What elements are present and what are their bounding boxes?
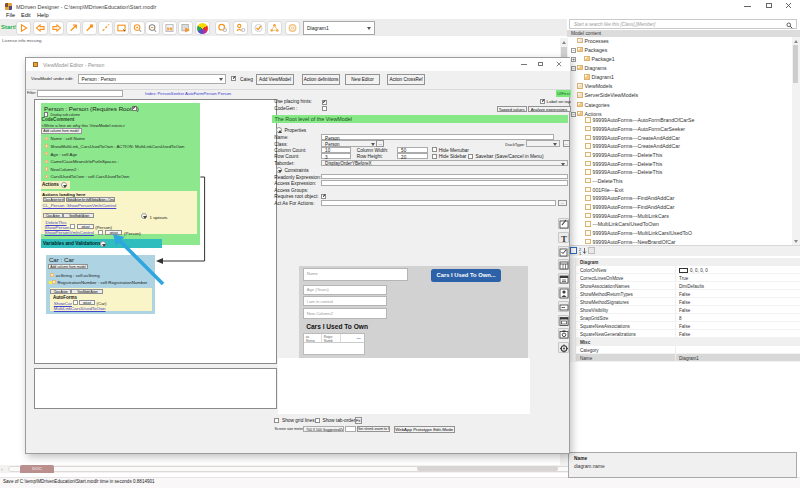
svg-text:T: T: [561, 233, 567, 243]
svg-text:1: 1: [579, 251, 582, 255]
